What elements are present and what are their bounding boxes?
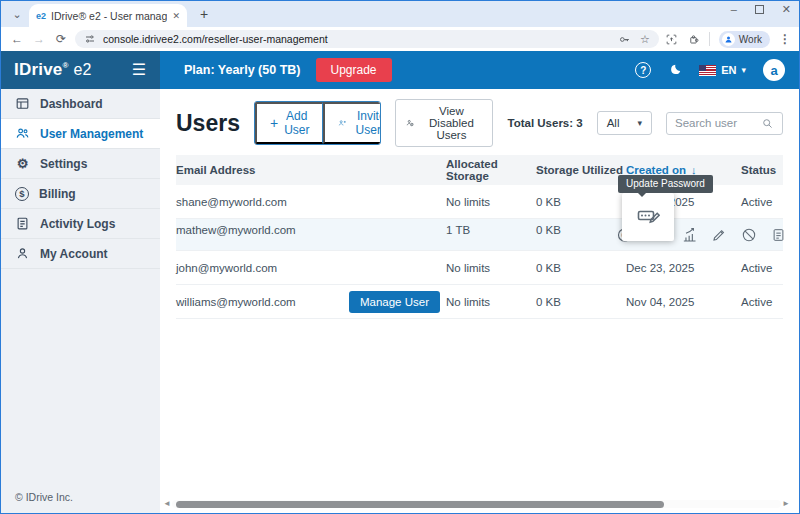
horizontal-scrollbar[interactable]: ◄ ► bbox=[162, 499, 791, 509]
site-info-icon[interactable] bbox=[84, 33, 96, 45]
col-utilized: Storage Utilized bbox=[536, 164, 626, 176]
logs-document-icon[interactable] bbox=[771, 227, 786, 242]
document-icon bbox=[15, 216, 30, 231]
users-icon bbox=[15, 126, 30, 141]
invite-users-button[interactable]: Invite Users bbox=[323, 102, 381, 144]
sidebar-item-label: Settings bbox=[40, 157, 87, 171]
logo-block: IDrive® e2 ☰ bbox=[1, 51, 160, 89]
table-row[interactable]: mathew@myworld.com 1 TB 0 KB @ bbox=[176, 219, 783, 251]
sidebar-item-label: User Management bbox=[40, 127, 143, 141]
storage-utilized: 0 KB bbox=[536, 262, 626, 274]
copyright-text: © IDrive Inc. bbox=[15, 491, 73, 503]
sidebar-item-my-account[interactable]: My Account bbox=[1, 239, 160, 269]
url-text[interactable]: console.idrivee2.com/reseller-user-manag… bbox=[103, 33, 611, 45]
new-tab-button[interactable]: + bbox=[193, 3, 215, 25]
sidebar-item-settings[interactable]: ⚙ Settings bbox=[1, 149, 160, 179]
edit-pencil-icon[interactable] bbox=[711, 227, 727, 243]
address-bar[interactable]: console.idrivee2.com/reseller-user-manag… bbox=[75, 30, 659, 48]
upgrade-button[interactable]: Upgrade bbox=[316, 58, 392, 82]
hamburger-menu-icon[interactable]: ☰ bbox=[132, 62, 146, 78]
plan-label: Plan: Yearly (50 TB) bbox=[184, 63, 301, 77]
person-plus-icon bbox=[338, 116, 346, 130]
header-right: ? EN ▾ a bbox=[635, 59, 799, 81]
language-code: EN bbox=[721, 64, 736, 76]
scrollbar-track[interactable] bbox=[172, 500, 781, 508]
scroll-left-icon[interactable]: ◄ bbox=[162, 500, 172, 508]
bookmark-star-icon[interactable]: ☆ bbox=[640, 33, 650, 46]
browser-menu-icon[interactable]: ⋮ bbox=[779, 32, 791, 46]
update-password-tooltip: Update Password bbox=[618, 175, 713, 193]
disable-user-icon[interactable] bbox=[741, 227, 757, 243]
add-user-button[interactable]: + Add User bbox=[255, 102, 324, 144]
user-email: mathew@myworld.com bbox=[176, 224, 446, 236]
profile-label: Work bbox=[739, 34, 762, 45]
main-content: Users + Add User Invite Users bbox=[160, 89, 799, 513]
sidebar-item-dashboard[interactable]: Dashboard bbox=[1, 89, 160, 119]
col-status: Status bbox=[741, 164, 783, 176]
gear-icon: ⚙ bbox=[15, 157, 30, 170]
browser-tab[interactable]: e2 IDrive® e2 - User management ✕ bbox=[29, 4, 187, 27]
password-key-icon[interactable] bbox=[618, 33, 631, 46]
allocated-storage: 1 TB bbox=[446, 224, 536, 236]
table-row[interactable]: john@myworld.com No limits 0 KB Dec 23, … bbox=[176, 251, 783, 285]
sidebar-item-label: Activity Logs bbox=[40, 217, 115, 231]
update-password-icon[interactable] bbox=[636, 202, 660, 226]
user-email: john@myworld.com bbox=[176, 262, 446, 274]
user-email: williams@myworld.com bbox=[176, 296, 296, 308]
sidebar: Dashboard User Management ⚙ Settings $ B… bbox=[1, 89, 160, 513]
app-header: IDrive® e2 ☰ Plan: Yearly (50 TB) Upgrad… bbox=[1, 51, 799, 89]
scroll-right-icon[interactable]: ► bbox=[781, 500, 791, 508]
scrollbar-thumb[interactable] bbox=[176, 501, 664, 508]
sidebar-item-user-management[interactable]: User Management bbox=[1, 119, 160, 149]
dark-mode-moon-icon[interactable] bbox=[668, 63, 682, 77]
sidebar-item-activity-logs[interactable]: Activity Logs bbox=[1, 209, 160, 239]
sidebar-item-label: Dashboard bbox=[40, 97, 103, 111]
minimize-button[interactable]: – bbox=[731, 4, 737, 15]
maximize-button[interactable] bbox=[755, 5, 764, 14]
table-row[interactable]: williams@myworld.com Manage User No limi… bbox=[176, 285, 783, 319]
back-icon[interactable]: ← bbox=[9, 32, 25, 46]
window-controls: – ✕ bbox=[731, 4, 791, 15]
extensions-puzzle-icon[interactable] bbox=[687, 33, 700, 46]
invite-users-label: Invite Users bbox=[353, 109, 382, 137]
status-text: Active bbox=[741, 296, 783, 308]
profile-chip[interactable]: Work bbox=[719, 31, 770, 48]
language-selector[interactable]: EN ▾ bbox=[699, 64, 746, 76]
status-text: Active bbox=[741, 196, 783, 208]
us-flag-icon bbox=[699, 65, 716, 76]
person-disabled-icon bbox=[406, 116, 414, 130]
usage-chart-icon[interactable] bbox=[681, 226, 698, 243]
total-users-count: Total Users: 3 bbox=[507, 117, 582, 129]
tab-search-icon[interactable]: ⌄ bbox=[7, 4, 27, 24]
tab-strip: ⌄ e2 IDrive® e2 - User management ✕ + – … bbox=[1, 1, 799, 27]
browser-toolbar: ← → ⟳ console.idrivee2.com/reseller-user… bbox=[1, 27, 799, 51]
user-filter-dropdown[interactable]: All ▾ bbox=[597, 111, 652, 135]
reload-icon[interactable]: ⟳ bbox=[53, 32, 69, 46]
user-actions-group: + Add User Invite Users bbox=[254, 101, 381, 145]
view-disabled-users-label: View Disabled Users bbox=[420, 105, 482, 141]
search-input[interactable] bbox=[675, 117, 761, 129]
storage-utilized: 0 KB bbox=[536, 296, 626, 308]
window-close-button[interactable]: ✕ bbox=[782, 4, 791, 15]
update-password-action-card[interactable] bbox=[622, 193, 674, 241]
profile-avatar-icon bbox=[722, 33, 735, 46]
sidebar-item-label: My Account bbox=[40, 247, 108, 261]
screen-capture-icon[interactable] bbox=[665, 33, 678, 46]
chevron-down-icon: ▾ bbox=[637, 118, 642, 128]
tab-title: IDrive® e2 - User management bbox=[51, 10, 167, 22]
created-on: Dec 23, 2025 bbox=[626, 262, 741, 274]
dashboard-icon bbox=[15, 96, 30, 111]
account-avatar[interactable]: a bbox=[763, 59, 785, 81]
manage-user-button[interactable]: Manage User bbox=[349, 291, 440, 313]
billing-dollar-icon: $ bbox=[15, 187, 29, 201]
tab-close-icon[interactable]: ✕ bbox=[172, 11, 180, 21]
help-icon[interactable]: ? bbox=[635, 62, 651, 78]
toolbar-right: Work ⋮ bbox=[665, 31, 791, 48]
view-disabled-users-button[interactable]: View Disabled Users bbox=[395, 99, 493, 147]
sidebar-item-billing[interactable]: $ Billing bbox=[1, 179, 160, 209]
page-title: Users bbox=[176, 110, 240, 137]
search-icon[interactable] bbox=[761, 117, 774, 130]
page-head: Users + Add User Invite Users bbox=[160, 89, 799, 155]
storage-utilized: 0 KB bbox=[536, 224, 626, 236]
plus-icon: + bbox=[270, 116, 278, 130]
